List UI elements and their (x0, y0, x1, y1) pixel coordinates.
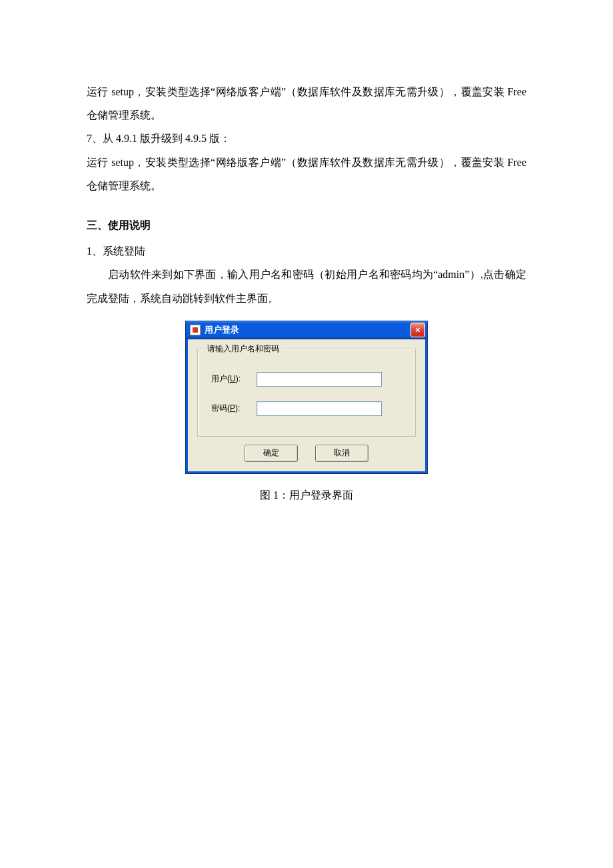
pass-label-prefix: 密码( (211, 403, 230, 413)
ok-button[interactable]: 确定 (245, 445, 298, 462)
user-row: 用户(U): (211, 372, 406, 387)
user-label-key: U (230, 374, 236, 383)
dialog-title: 用户登录 (205, 324, 239, 336)
figure: 用户登录 × 请输入用户名和密码 用户(U): (87, 321, 526, 507)
button-row: 确定 取消 (197, 445, 416, 462)
username-input[interactable] (257, 372, 382, 387)
cancel-button[interactable]: 取消 (315, 445, 368, 462)
fieldset-legend: 请输入用户名和密码 (205, 343, 282, 355)
paragraph: 运行 setup，安装类型选择“网络版客户端”（数据库软件及数据库无需升级），覆… (87, 151, 526, 197)
titlebar-left: 用户登录 (190, 324, 239, 336)
user-label: 用户(U): (211, 373, 257, 385)
password-row: 密码(P): (211, 401, 406, 416)
titlebar[interactable]: 用户登录 × (186, 321, 427, 339)
document-page: 运行 setup，安装类型选择“网络版客户端”（数据库软件及数据库无需升级），覆… (0, 0, 613, 547)
close-button[interactable]: × (410, 323, 425, 337)
password-input[interactable] (257, 401, 382, 416)
password-label: 密码(P): (211, 403, 257, 414)
login-dialog: 用户登录 × 请输入用户名和密码 用户(U): (185, 321, 428, 474)
credentials-fieldset: 请输入用户名和密码 用户(U): 密码(P): (197, 349, 416, 437)
app-icon-inner (193, 327, 198, 333)
paragraph: 运行 setup，安装类型选择“网络版客户端”（数据库软件及数据库无需升级），覆… (87, 80, 526, 127)
user-label-prefix: 用户( (211, 374, 230, 383)
user-label-suffix: ): (236, 374, 241, 383)
paragraph: 1、系统登陆 (87, 239, 526, 263)
figure-caption: 图 1：用户登录界面 (260, 483, 353, 507)
close-icon: × (415, 325, 420, 335)
app-icon (190, 325, 201, 335)
pass-label-key: P (230, 403, 235, 413)
pass-label-suffix: ): (235, 403, 240, 413)
paragraph: 启动软件来到如下界面，输入用户名和密码（初始用户名和密码均为“admin”）,点… (87, 263, 526, 309)
dialog-body: 请输入用户名和密码 用户(U): 密码(P): (186, 339, 427, 473)
paragraph: 7、从 4.9.1 版升级到 4.9.5 版： (87, 127, 526, 150)
section-heading: 三、使用说明 (87, 213, 526, 237)
